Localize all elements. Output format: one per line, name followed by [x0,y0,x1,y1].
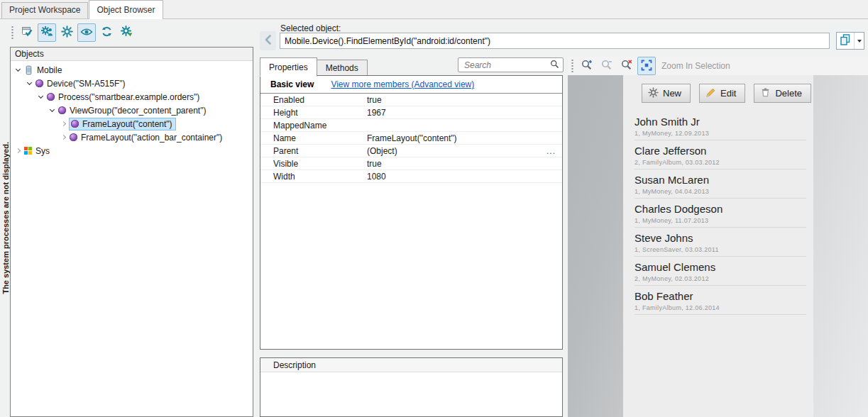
refresh-icon [101,26,113,40]
tree-item-framelayout-content[interactable]: FrameLayout("content") [11,117,253,130]
property-name: Name [260,133,367,143]
list-item: Susan McLaren 1, MyMoney, 04.04.2013 [634,169,806,199]
property-name: MappedName [260,121,367,130]
object-orb-icon [47,93,55,101]
edit-pencil-icon [705,87,716,100]
tree-item-label[interactable]: Mobile [37,65,62,75]
tree-item-device[interactable]: Device("SM-A515F") [11,77,253,90]
property-name: Visible [260,159,367,169]
property-row: MappedName [260,119,562,132]
preview-button-row: New Edit Delete [623,75,813,103]
search-icon [550,60,559,71]
tree-item-label[interactable]: FrameLayout("action_bar_container") [81,133,222,143]
select-objects-button[interactable] [18,23,36,42]
selected-tree-item[interactable]: FrameLayout("content") [70,118,175,130]
inspector-tab-strip: Properties Methods [260,57,368,76]
copy-split-button [836,32,864,50]
tree-item-label[interactable]: Device("SM-A515F") [47,79,126,89]
expand-chevron-icon[interactable] [16,148,21,153]
zoom-out-icon [600,59,613,74]
new-gear-icon [648,87,659,100]
expand-chevron-icon[interactable] [61,121,66,126]
contact-meta: 1, ScreenSaver, 03.03.2011 [634,246,806,253]
list-item: Charles Dodgeson 1, MyMoney, 11.07.2013 [634,199,806,228]
tree-item-viewgroup[interactable]: ViewGroup("decor_content_parent") [11,104,253,117]
list-item: Samuel Clemens 2, MyMoney, 02.03.2012 [634,257,806,286]
tree-item-mobile[interactable]: Mobile [11,63,253,77]
system-processes-note: The system processes are not displayed. [0,19,11,417]
tree-item-process[interactable]: Process("smartbear.example.orders") [11,90,253,104]
property-value: (Object) [367,146,540,156]
property-grid-header: Basic view View more members (Advanced v… [260,76,562,94]
list-item: John Smith Jr 1, MyMoney, 12.09.2013 [634,111,806,140]
advanced-view-link[interactable]: View more members (Advanced view) [331,79,474,89]
property-name: Height [260,108,367,118]
highlight-object-button[interactable] [77,23,96,42]
gear-action-icon [121,26,133,40]
delete-button: Delete [754,84,811,103]
zoom-in-button[interactable] [578,57,596,75]
property-name: Parent [260,146,367,156]
tree-item-label[interactable]: Sys [35,146,50,156]
tree-item-framelayout-actionbar[interactable]: FrameLayout("action_bar_container") [11,130,253,144]
collapse-chevron-icon[interactable] [27,79,32,84]
fit-selection-button[interactable] [637,57,656,75]
contact-name: John Smith Jr [634,116,806,128]
tree-item-label[interactable]: ViewGroup("decor_content_parent") [70,106,206,116]
list-item: Bob Feather 1, FamilyAlbum, 12.06.2014 [634,286,806,315]
collapse-chevron-icon[interactable] [50,106,55,111]
tree-item-label[interactable]: FrameLayout("content") [82,119,172,129]
expand-chevron-icon[interactable] [61,135,66,140]
property-value: 1967 [367,108,562,118]
tree-item-sys[interactable]: Sys [11,144,253,157]
zoom-out-button[interactable] [598,57,616,75]
collapse-chevron-icon[interactable] [16,66,21,71]
search-box [458,57,564,72]
zoom-in-icon [581,59,593,74]
settings-gear-button[interactable] [57,23,76,42]
object-orb-icon [58,106,66,114]
contact-list: John Smith Jr 1, MyMoney, 12.09.2013 Cla… [634,111,806,315]
preview-button-label: New [663,88,681,99]
contact-name: Samuel Clemens [634,261,806,273]
copy-dropdown-button[interactable] [855,33,864,49]
mobile-device-icon [24,65,33,75]
object-spy-button[interactable] [38,23,56,42]
object-orb-icon [71,120,79,128]
toolbar-grip[interactable] [571,59,574,73]
tree-item-label[interactable]: Process("smartbear.example.orders") [58,92,199,102]
selected-object-field[interactable] [280,33,830,49]
property-name: Width [260,172,367,182]
selected-object-label: Selected object: [280,23,341,33]
search-input[interactable] [463,60,550,71]
tab-object-browser[interactable]: Object Browser [89,0,163,19]
parent-more-button[interactable]: ... [540,146,562,156]
contact-name: Bob Feather [634,290,806,302]
toolbar-grip[interactable] [11,26,14,40]
object-browser-toolbar [11,22,136,43]
copy-button[interactable] [837,33,855,49]
zoom-cancel-button[interactable] [617,57,636,75]
highlight-object-icon [80,26,93,40]
tab-project-workspace[interactable]: Project Workspace [1,2,88,18]
device-screen-preview[interactable]: New Edit Delete John Smith Jr 1, MyMoney… [623,75,813,417]
tab-properties[interactable]: Properties [260,57,317,77]
object-spy-icon [41,26,53,40]
collapse-chevron-icon[interactable] [38,93,43,98]
description-header: Description [260,358,562,372]
tab-methods[interactable]: Methods [317,60,368,76]
object-orb-icon [35,79,43,87]
property-row: Parent (Object) ... [260,145,562,157]
zoom-selection-label: Zoom In Selection [661,61,730,71]
contact-meta: 1, MyMoney, 11.07.2013 [634,217,806,224]
preview-button-label: Delete [775,88,802,99]
object-orb-icon [70,133,77,141]
new-button: New [642,84,691,103]
contact-name: Clare Jefferson [634,145,806,157]
property-row: Enabled true [260,94,562,106]
gear-action-button[interactable] [117,23,136,42]
refresh-button[interactable] [97,23,116,42]
device-preview-area: New Edit Delete John Smith Jr 1, MyMoney… [568,75,868,417]
list-item: Clare Jefferson 2, FamilyAlbum, 03.03.20… [634,140,806,169]
back-button[interactable] [260,31,276,50]
